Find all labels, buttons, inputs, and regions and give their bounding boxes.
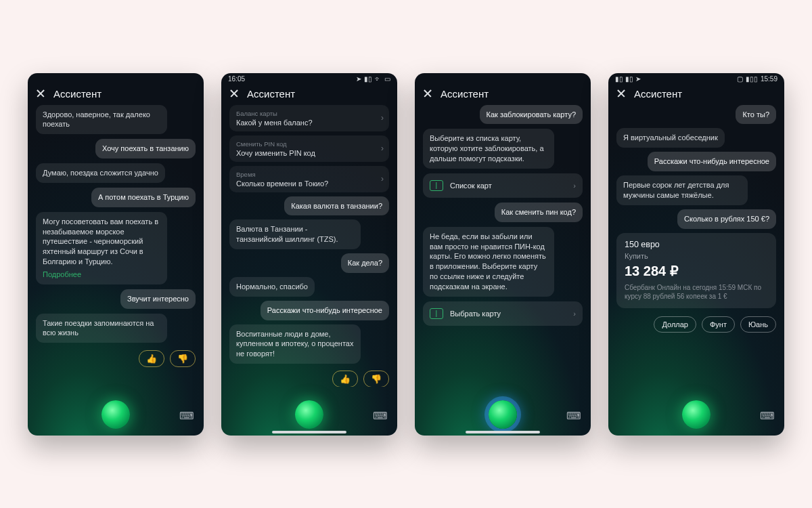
chat-area: Как заблокировать карту? Выберите из спи…	[415, 105, 591, 387]
feedback-row: 👍 👎	[36, 350, 196, 367]
feedback-row: 👍 👎	[229, 371, 389, 386]
phone-screen-1: Ассистент Здорово, наверное, так далеко …	[28, 73, 204, 436]
chip-dollar[interactable]: Доллар	[654, 316, 696, 333]
keyboard-icon[interactable]: ⌨	[760, 410, 775, 422]
suggestion-balance[interactable]: Баланс карты Какой у меня баланс? ›	[229, 105, 389, 131]
assistant-message: Я виртуальный собеседник	[616, 128, 725, 148]
keyboard-icon[interactable]: ⌨	[566, 410, 581, 422]
chat-area: Здорово, наверное, так далеко поехать Хо…	[28, 105, 204, 387]
assistant-message: Не беда, если вы забыли или вам просто н…	[423, 227, 554, 297]
app-title: Ассистент	[247, 88, 295, 100]
close-icon[interactable]	[36, 89, 45, 98]
thumbs-down-button[interactable]: 👎	[170, 350, 196, 367]
currency-result: 13 284 ₽	[625, 263, 768, 279]
chip-pound[interactable]: Фунт	[702, 316, 735, 333]
status-icons-right: ▢ ▮▯▯ 15:59	[737, 75, 777, 83]
user-message: Как заблокировать карту?	[480, 105, 583, 125]
chip-yuan[interactable]: Юань	[740, 316, 776, 333]
send-icon: ➤	[635, 76, 641, 83]
chevron-right-icon: ›	[381, 144, 384, 153]
voice-area: ⌨	[608, 387, 784, 436]
close-icon[interactable]	[229, 89, 239, 98]
action-card-list[interactable]: Список карт ›	[423, 173, 583, 198]
currency-card: 150 евро Купить 13 284 ₽ Сбербанк Онлайн…	[616, 233, 776, 308]
thumbs-up-button[interactable]: 👍	[139, 350, 164, 367]
user-message: Расскажи что-нибудь интересное	[648, 152, 776, 171]
statusbar: 16:05 ➤ ▮▯ ᯤ ▭	[221, 73, 397, 84]
thumbs-down-button[interactable]: 👎	[363, 371, 389, 386]
currency-action[interactable]: Купить	[625, 252, 768, 260]
action-label: Выбрать карту	[450, 310, 501, 318]
vibrate-icon: ▢	[737, 76, 743, 83]
voice-area: ⌨	[28, 387, 204, 436]
action-label: Список карт	[450, 182, 492, 190]
battery-icon: ▭	[384, 76, 390, 83]
location-icon: ➤	[356, 76, 361, 83]
user-message: Как дела?	[341, 253, 389, 273]
app-header: Ассистент	[28, 84, 204, 105]
wifi-icon: ᯤ	[375, 76, 382, 83]
chevron-right-icon: ›	[381, 174, 384, 184]
assistant-message: Думаю, поездка сложится удачно	[36, 163, 165, 183]
suggestion-caption: Сменить PIN код	[236, 140, 382, 148]
suggestion-text: Хочу изменить PIN код	[236, 149, 382, 157]
assistant-message: Воспитанные люди в доме, купленном в ипо…	[229, 324, 361, 364]
voice-orb[interactable]	[295, 400, 323, 429]
assistant-message: Выберите из списка карту, которую хотите…	[423, 129, 554, 169]
phone-screen-2: 16:05 ➤ ▮▯ ᯤ ▭ Ассистент Баланс карты Ка…	[221, 73, 397, 436]
status-icons-left: ▮▯ ▮▯ ➤	[615, 76, 641, 83]
details-link[interactable]: Подробнее	[43, 270, 160, 280]
message-text: Могу посоветовать вам поехать в незабыва…	[43, 217, 158, 266]
app-title: Ассистент	[53, 88, 102, 100]
voice-orb[interactable]	[489, 400, 517, 429]
user-message: Сколько в рублях 150 €?	[677, 209, 776, 229]
user-message: А потом поехать в Турцию	[91, 188, 196, 207]
user-message: Звучит интересно	[120, 289, 196, 309]
phone-screen-4: ▮▯ ▮▯ ➤ ▢ ▮▯▯ 15:59 Ассистент Кто ты? Я …	[608, 73, 784, 436]
currency-note: Сбербанк Онлайн на сегодня 15:59 МСК по …	[625, 283, 768, 301]
thumbs-up-button[interactable]: 👍	[332, 371, 358, 386]
keyboard-icon[interactable]: ⌨	[373, 410, 388, 422]
battery-icon: ▮▯▯	[746, 76, 758, 83]
chevron-right-icon: ›	[381, 113, 384, 123]
assistant-message: Нормально, спасибо	[229, 277, 315, 297]
voice-area: ⌨	[221, 387, 397, 436]
signal-icon: ▮▯	[364, 76, 372, 83]
user-message: Как сменить пин код?	[495, 203, 583, 222]
suggestion-time[interactable]: Время Сколько времени в Токио? ›	[229, 166, 389, 192]
assistant-message: Первые сорок лет детства для мужчины сам…	[616, 175, 748, 205]
status-time: 16:05	[228, 75, 245, 83]
action-select-card[interactable]: Выбрать карту ›	[423, 301, 583, 326]
statusbar	[28, 73, 204, 84]
app-header: Ассистент	[221, 84, 397, 105]
cards-icon	[430, 180, 443, 191]
signal-icon: ▮▯	[615, 76, 623, 83]
close-icon[interactable]	[423, 89, 432, 98]
chevron-right-icon: ›	[573, 182, 576, 190]
app-title: Ассистент	[634, 88, 682, 100]
keyboard-icon[interactable]: ⌨	[179, 410, 194, 422]
assistant-message: Могу посоветовать вам поехать в незабыва…	[36, 212, 167, 284]
home-indicator	[466, 431, 540, 433]
voice-orb[interactable]	[682, 400, 710, 429]
user-message: Какая валюта в танзании?	[284, 196, 389, 216]
voice-orb[interactable]	[102, 400, 130, 429]
chat-area: Кто ты? Я виртуальный собеседник Расскаж…	[608, 105, 784, 387]
status-time: 15:59	[761, 75, 777, 83]
user-message: Кто ты?	[736, 105, 776, 125]
cards-icon	[430, 308, 443, 319]
phone-screen-3: Ассистент Как заблокировать карту? Выбер…	[415, 73, 591, 436]
suggestion-text: Какой у меня баланс?	[236, 119, 382, 127]
signal-icon: ▮▯	[625, 76, 633, 83]
chat-area: Баланс карты Какой у меня баланс? › Смен…	[221, 105, 397, 387]
suggestion-text: Сколько времени в Токио?	[236, 179, 382, 188]
close-icon[interactable]	[616, 89, 626, 98]
voice-area: ⌨	[415, 387, 591, 436]
assistant-message: Валюта в Танзании - танзанийский шиллинг…	[229, 219, 361, 249]
app-title: Ассистент	[441, 88, 489, 100]
suggestion-pin[interactable]: Сменить PIN код Хочу изменить PIN код ›	[229, 135, 389, 162]
app-header: Ассистент	[415, 84, 591, 105]
suggestion-caption: Баланс карты	[236, 110, 382, 117]
user-message: Расскажи что-нибудь интересное	[261, 301, 389, 320]
home-indicator	[272, 431, 346, 433]
